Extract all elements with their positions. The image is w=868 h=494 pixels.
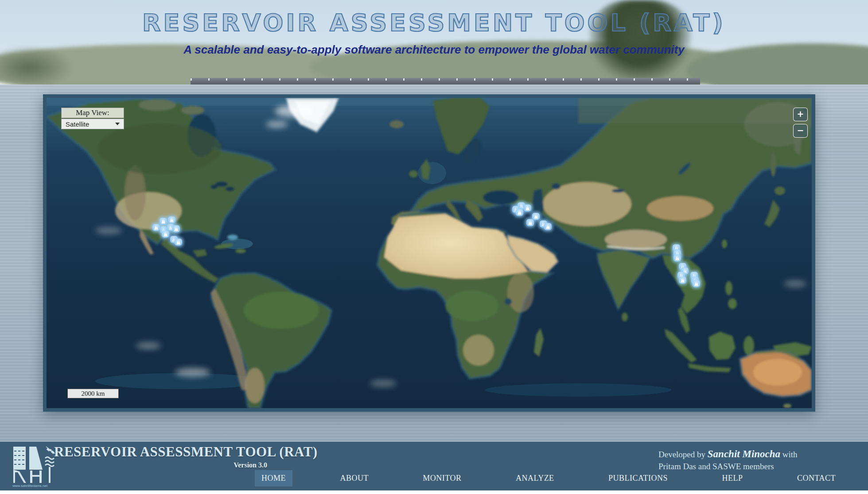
nav-item-monitor[interactable]: MONITOR [416, 470, 468, 486]
reservoir-marker[interactable] [516, 209, 523, 216]
dam-icon [680, 278, 685, 283]
rat-logo: www.satellitedams.net [12, 445, 58, 487]
dam-icon [693, 281, 699, 286]
map-view-select[interactable]: Satellite [61, 119, 124, 129]
zoom-in-button[interactable]: + [793, 108, 808, 121]
reservoir-marker[interactable] [532, 213, 540, 220]
page-title: RESERVOIR ASSESSMENT TOOL (RAT) [0, 9, 868, 37]
dam-icon [160, 219, 166, 224]
dam-icon [169, 217, 175, 223]
map-view-label: Map View: [61, 108, 124, 118]
dam-icon [545, 224, 551, 229]
markers-layer [47, 98, 812, 408]
dam-icon [533, 214, 539, 219]
dam-icon [163, 232, 168, 237]
reservoir-marker[interactable] [673, 255, 681, 262]
nav-item-home[interactable]: HOME [255, 470, 292, 486]
dam-icon [153, 225, 159, 230]
map-scale-bar: 2000 km [67, 389, 119, 398]
reservoir-marker[interactable] [175, 239, 182, 246]
chevron-down-icon [115, 123, 120, 125]
map-view-control: Map View: Satellite [61, 108, 124, 129]
logo-site-url: www.satellitedams.net [12, 484, 48, 487]
dam-icon [517, 210, 522, 215]
reservoir-marker[interactable] [524, 205, 531, 212]
footer-nav: HOMEABOUTMONITORANALYZEPUBLICATIONSHELPC… [255, 468, 842, 488]
nav-item-help[interactable]: HELP [715, 470, 749, 486]
reservoir-marker[interactable] [168, 216, 175, 224]
hero-header: RESERVOIR ASSESSMENT TOOL (RAT) A scalab… [0, 0, 868, 57]
map-view-selected-value: Satellite [66, 120, 89, 128]
satellite-icon [46, 447, 55, 454]
reservoir-marker[interactable] [679, 277, 686, 284]
nav-item-publications[interactable]: PUBLICATIONS [602, 470, 674, 486]
reservoir-marker[interactable] [544, 223, 552, 230]
dam-icon [525, 205, 530, 211]
dam-icon [173, 226, 179, 232]
reservoir-marker[interactable] [526, 219, 534, 226]
map-frame: Map View: Satellite + − 2000 km [43, 94, 815, 412]
nav-item-about[interactable]: ABOUT [333, 470, 375, 486]
map-zoom-controls: + − [793, 108, 808, 138]
page-background: RESERVOIR ASSESSMENT TOOL (RAT) A scalab… [0, 0, 868, 490]
world-map[interactable]: Map View: Satellite + − 2000 km [47, 98, 812, 408]
reservoir-marker[interactable] [152, 224, 160, 231]
dam-icon [175, 239, 181, 245]
zoom-out-button[interactable]: − [793, 124, 808, 138]
reservoir-marker[interactable] [693, 280, 700, 287]
reservoir-marker[interactable] [162, 231, 169, 238]
footer-title: RESERVOIR ASSESSMENT TOOL (RAT) [54, 444, 318, 460]
credits-author: Sanchit Minocha [708, 448, 780, 459]
dam-icon [674, 255, 680, 261]
footer: www.satellitedams.net RESERVOIR ASSESSME… [0, 442, 868, 490]
credits-prefix: Developed by [658, 450, 708, 459]
dam-icon [527, 220, 533, 225]
nav-item-contact[interactable]: CONTACT [790, 470, 842, 486]
page-subtitle: A scalable and easy-to-apply software ar… [0, 43, 868, 57]
nav-item-analyze[interactable]: ANALYZE [509, 470, 561, 486]
reservoir-marker[interactable] [172, 225, 180, 232]
reservoir-marker[interactable] [160, 218, 167, 225]
